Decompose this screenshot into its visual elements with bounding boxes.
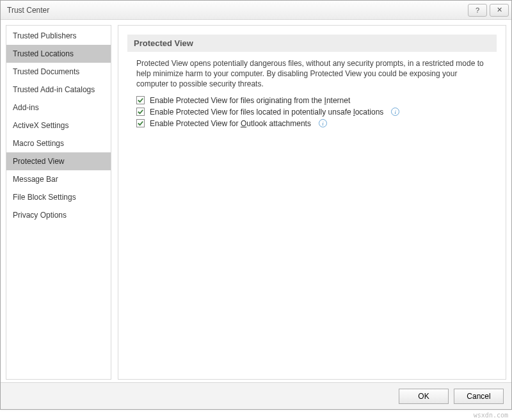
sidebar-item-trusted-publishers[interactable]: Trusted Publishers — [6, 27, 111, 45]
check-icon — [137, 108, 144, 115]
titlebar: Trust Center ? ✕ — [1, 1, 511, 20]
sidebar-item-trusted-locations[interactable]: Trusted Locations — [6, 45, 111, 63]
ok-button[interactable]: OK — [399, 389, 449, 404]
checkbox-list: Enable Protected View for files originat… — [118, 96, 506, 128]
check-icon — [137, 97, 144, 104]
ok-button-label: OK — [418, 392, 429, 401]
checkbox-label-1: Enable Protected View for files located … — [150, 108, 383, 117]
checkbox-0[interactable] — [136, 96, 145, 104]
sidebar: Trusted PublishersTrusted LocationsTrust… — [6, 25, 111, 380]
content-panel: Protected View Protected View opens pote… — [118, 25, 506, 380]
sidebar-item-add-ins[interactable]: Add-ins — [6, 99, 111, 117]
sidebar-item-label: Macro Settings — [13, 139, 64, 148]
checkbox-label-0: Enable Protected View for files originat… — [150, 96, 350, 105]
checkbox-2[interactable] — [136, 119, 145, 127]
checkbox-1[interactable] — [136, 108, 145, 116]
sidebar-item-trusted-documents[interactable]: Trusted Documents — [6, 63, 111, 81]
info-icon[interactable]: i — [319, 119, 327, 127]
help-button[interactable]: ? — [468, 4, 487, 17]
cancel-button[interactable]: Cancel — [454, 389, 504, 404]
trust-center-dialog: Trust Center ? ✕ Trusted PublishersTrust… — [0, 0, 512, 410]
sidebar-item-label: Add-ins — [13, 103, 39, 112]
sidebar-item-trusted-add-in-catalogs[interactable]: Trusted Add-in Catalogs — [6, 81, 111, 99]
checkbox-row-2: Enable Protected View for Outlook attach… — [136, 119, 488, 128]
sidebar-item-label: Trusted Locations — [13, 49, 74, 58]
help-icon: ? — [476, 6, 479, 14]
window-title: Trust Center — [7, 6, 465, 15]
sidebar-item-message-bar[interactable]: Message Bar — [6, 170, 111, 188]
close-icon: ✕ — [497, 6, 502, 14]
dialog-footer: OK Cancel — [1, 382, 511, 409]
checkbox-row-1: Enable Protected View for files located … — [136, 108, 488, 117]
section-header: Protected View — [127, 35, 497, 52]
dialog-body: Trusted PublishersTrusted LocationsTrust… — [1, 20, 511, 382]
sidebar-item-label: Privacy Options — [13, 211, 67, 220]
sidebar-item-macro-settings[interactable]: Macro Settings — [6, 134, 111, 152]
check-icon — [137, 120, 144, 127]
cancel-button-label: Cancel — [467, 392, 490, 401]
sidebar-item-protected-view[interactable]: Protected View — [6, 152, 111, 170]
checkbox-row-0: Enable Protected View for files originat… — [136, 96, 488, 105]
sidebar-item-label: Protected View — [13, 157, 65, 166]
sidebar-item-label: Trusted Documents — [13, 67, 79, 76]
checkbox-label-2: Enable Protected View for Outlook attach… — [150, 119, 311, 128]
sidebar-item-privacy-options[interactable]: Privacy Options — [6, 206, 111, 224]
info-icon[interactable]: i — [391, 108, 399, 116]
sidebar-item-label: Message Bar — [13, 175, 58, 184]
sidebar-item-file-block-settings[interactable]: File Block Settings — [6, 188, 111, 206]
sidebar-item-label: Trusted Add-in Catalogs — [13, 85, 95, 94]
sidebar-item-label: File Block Settings — [13, 193, 76, 202]
sidebar-item-activex-settings[interactable]: ActiveX Settings — [6, 117, 111, 134]
sidebar-item-label: ActiveX Settings — [13, 121, 68, 130]
close-button[interactable]: ✕ — [490, 4, 509, 17]
watermark: wsxdn.com — [474, 412, 508, 419]
section-description: Protected View opens potentially dangero… — [136, 58, 488, 90]
sidebar-item-label: Trusted Publishers — [13, 31, 77, 40]
